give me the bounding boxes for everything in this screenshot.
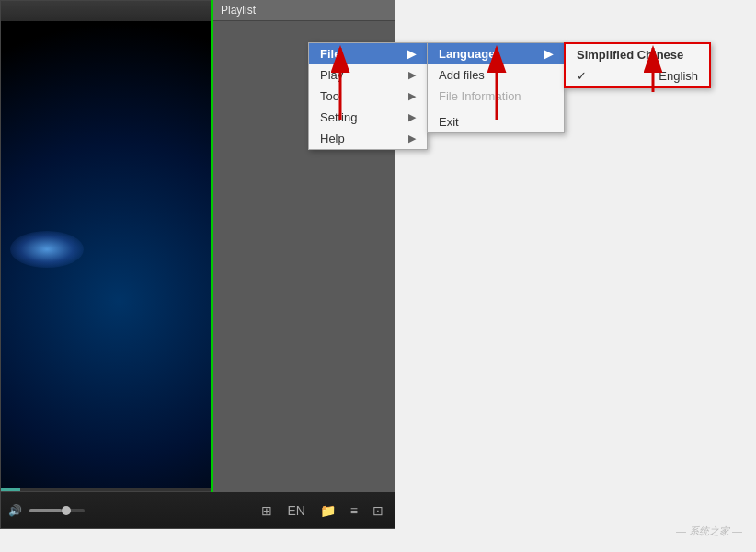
language-menu-title: Language xyxy=(439,47,495,61)
menu-help-arrow: ▶ xyxy=(408,132,416,144)
menu-play-arrow: ▶ xyxy=(408,69,416,81)
playlist-button[interactable]: ≡ xyxy=(347,501,361,520)
file-menu-header: File ▶ xyxy=(309,43,427,64)
video-left-border xyxy=(211,0,213,492)
menu-add-files-label: Add files xyxy=(439,68,485,82)
menu-file-info-label: File Information xyxy=(439,89,521,103)
file-menu-title: File xyxy=(320,47,340,61)
subtitles-button[interactable]: ⊞ xyxy=(258,501,276,520)
menu-tool-arrow: ▶ xyxy=(408,90,416,102)
open-button[interactable]: 📁 xyxy=(316,501,339,520)
volume-slider[interactable] xyxy=(29,509,85,512)
chinese-menu-header: Simplified Chinese xyxy=(566,44,709,65)
menu-setting-arrow: ▶ xyxy=(408,111,416,123)
language-menu-header: Language ▶ xyxy=(428,43,564,64)
chinese-menu: Simplified Chinese English xyxy=(564,42,711,88)
audio-button[interactable]: EN xyxy=(283,501,308,520)
menu-exit-label: Exit xyxy=(439,115,459,129)
fullscreen-button[interactable]: ⊡ xyxy=(369,501,387,520)
menu-add-files[interactable]: Add files xyxy=(428,64,564,86)
controls-bar: 🔊 ⊞ EN 📁 ≡ ⊡ xyxy=(1,491,395,528)
menu-english-label: English xyxy=(659,69,698,83)
language-menu: Language ▶ Add files File Information Ex… xyxy=(427,42,565,133)
chinese-menu-title: Simplified Chinese xyxy=(577,48,683,62)
menu-play[interactable]: Play ▶ xyxy=(309,64,427,86)
menu-tool[interactable]: Tool ▶ xyxy=(309,86,427,107)
language-menu-arrow: ▶ xyxy=(544,47,553,61)
video-glow xyxy=(10,231,84,268)
progress-fill xyxy=(1,488,20,491)
menu-play-label: Play xyxy=(320,68,343,82)
menu-help[interactable]: Help ▶ xyxy=(309,128,427,149)
playlist-header: Playlist xyxy=(213,0,395,21)
file-menu: File ▶ Play ▶ Tool ▶ Setting ▶ Help ▶ xyxy=(308,42,428,150)
menu-help-label: Help xyxy=(320,132,345,145)
menu-file-info: File Information xyxy=(428,86,564,107)
file-menu-arrow: ▶ xyxy=(407,47,416,61)
menu-divider xyxy=(428,109,564,109)
menu-tool-label: Tool xyxy=(320,89,342,103)
volume-icon: 🔊 xyxy=(8,504,22,517)
volume-fill xyxy=(29,509,62,512)
menu-exit[interactable]: Exit xyxy=(428,111,564,132)
menu-setting-label: Setting xyxy=(320,110,357,124)
menu-setting[interactable]: Setting ▶ xyxy=(309,107,427,128)
volume-thumb xyxy=(62,506,71,515)
menu-english[interactable]: English xyxy=(566,65,709,86)
watermark: — 系统之家 — xyxy=(676,524,742,538)
